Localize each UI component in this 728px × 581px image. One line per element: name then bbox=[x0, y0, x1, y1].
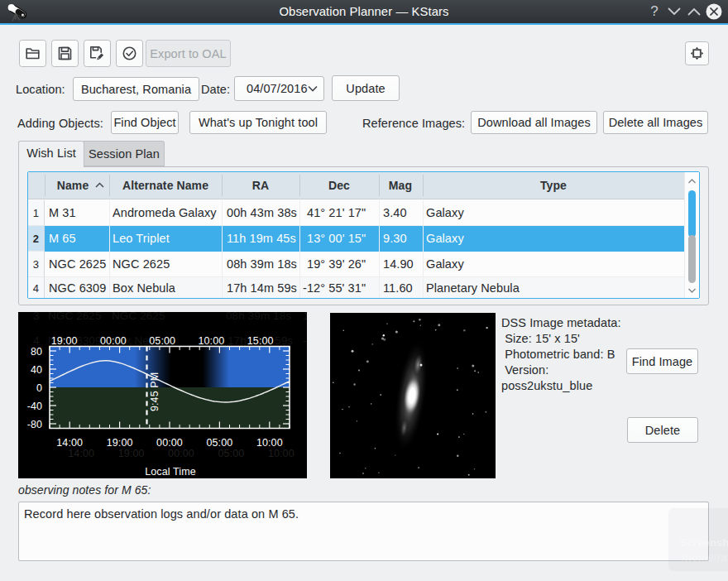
svg-text:40: 40 bbox=[31, 364, 42, 376]
svg-text:05:00: 05:00 bbox=[149, 335, 175, 347]
svg-text:-80: -80 bbox=[27, 419, 42, 430]
svg-text:00:00: 00:00 bbox=[156, 437, 183, 449]
svg-text:19°: 19° bbox=[303, 312, 307, 322]
svg-text:80: 80 bbox=[31, 346, 42, 358]
svg-text:00:00: 00:00 bbox=[100, 335, 127, 347]
svg-text:14:00: 14:00 bbox=[68, 448, 94, 459]
svg-text:19:00: 19:00 bbox=[118, 448, 145, 459]
svg-text:-12: -12 bbox=[303, 334, 307, 347]
svg-text:19:00: 19:00 bbox=[51, 335, 78, 347]
svg-text:08h 39m 18s: 08h 39m 18s bbox=[226, 312, 291, 322]
svg-text:15:00: 15:00 bbox=[247, 335, 274, 347]
svg-text:05:00: 05:00 bbox=[207, 437, 233, 449]
svg-text:9:45 PM: 9:45 PM bbox=[149, 372, 160, 411]
svg-text:Local Time: Local Time bbox=[145, 466, 195, 478]
svg-text:NGC 2625: NGC 2625 bbox=[48, 312, 102, 322]
svg-text:0: 0 bbox=[36, 382, 42, 394]
svg-text:3: 3 bbox=[33, 312, 40, 322]
svg-text:10:00: 10:00 bbox=[268, 448, 295, 459]
svg-text:10:00: 10:00 bbox=[199, 335, 225, 347]
svg-text:10:00: 10:00 bbox=[256, 437, 283, 449]
svg-text:05:00: 05:00 bbox=[218, 448, 245, 459]
svg-text:00:00: 00:00 bbox=[168, 448, 194, 459]
svg-text:19:00: 19:00 bbox=[107, 437, 133, 449]
svg-text:-40: -40 bbox=[27, 401, 42, 412]
svg-text:14:00: 14:00 bbox=[56, 437, 83, 449]
svg-text:NGC 2625: NGC 2625 bbox=[112, 312, 165, 322]
